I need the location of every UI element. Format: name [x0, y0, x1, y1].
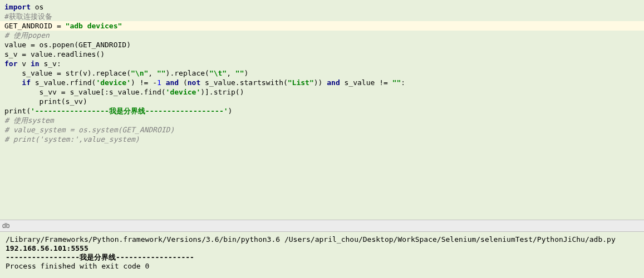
keyword-import: import — [4, 3, 31, 11]
run-console[interactable]: /Library/Frameworks/Python.framework/Ver… — [0, 232, 644, 278]
code-line: value = os.popen(GET_ANDROID) — [4, 40, 640, 49]
code-line-comment: # print('system:',value_system) — [4, 135, 640, 144]
code-editor[interactable]: import os #获取连接设备 GET_ANDROID = "adb dev… — [0, 0, 644, 220]
run-tab-label[interactable]: db — [2, 222, 9, 230]
code-line-comment: # value_system = os.system(GET_ANDROID) — [4, 125, 640, 135]
code-line: if s_value.rfind('device') != -1 and (no… — [4, 78, 640, 87]
string-literal: "adb devices" — [66, 22, 122, 30]
keyword-not: not — [188, 78, 200, 87]
comment-text: #获取连接设备 — [4, 12, 52, 21]
code-line: s_vv = s_value[:s_value.find('device')].… — [4, 87, 640, 97]
code-line: for v in s_v: — [4, 59, 640, 68]
console-command: /Library/Frameworks/Python.framework/Ver… — [6, 235, 638, 244]
comment-text: # 使用system — [4, 116, 54, 125]
keyword-if: if — [22, 78, 31, 87]
code-line: s_value = str(v).replace("\n", "").repla… — [4, 68, 640, 78]
keyword-in: in — [31, 59, 40, 68]
console-output: -----------------我是分界线------------------ — [6, 253, 638, 262]
keyword-and: and — [327, 78, 340, 87]
code-line: print('-----------------我是分界线-----------… — [4, 106, 640, 116]
console-exit-status: Process finished with exit code 0 — [6, 262, 638, 271]
code-line: print(s_vv) — [4, 97, 640, 106]
keyword-and: and — [166, 78, 179, 87]
code-line-highlighted: GET_ANDROID = "adb devices" — [0, 21, 644, 31]
comment-text: # print('system:',value_system) — [4, 135, 140, 143]
console-output: 192.168.56.101:5555 — [6, 244, 638, 253]
comment-text: # 使用popen — [4, 31, 50, 39]
code-line-comment: # 使用popen — [4, 31, 640, 40]
code-line-comment: # 使用system — [4, 116, 640, 125]
code-line: import os — [4, 2, 640, 12]
assignment: GET_ANDROID = — [4, 22, 66, 30]
keyword-for: for — [4, 59, 17, 68]
code-line: s_v = value.readlines() — [4, 49, 640, 59]
run-tab-bar: db — [0, 220, 644, 232]
code-line-comment: #获取连接设备 — [4, 12, 640, 21]
comment-text: # value_system = os.system(GET_ANDROID) — [4, 126, 174, 134]
module-name: os — [31, 3, 43, 11]
